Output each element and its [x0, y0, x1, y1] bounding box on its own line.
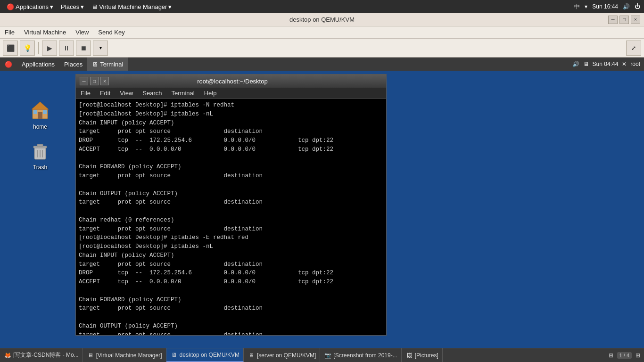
toolbar-bulb-button[interactable]: 💡: [20, 41, 35, 56]
sysbar-places[interactable]: Places ▾: [58, 3, 87, 10]
terminal-minimize-button[interactable]: ─: [80, 77, 88, 85]
guest-panel-terminal[interactable]: 🖥 Terminal: [87, 58, 128, 71]
terminal-close-button[interactable]: ×: [100, 77, 109, 85]
vmm-menubar: File Virtual Machine View Send Key: [0, 26, 644, 39]
svg-marker-1: [32, 102, 49, 109]
guest-panel-left: 🔴 Applications Places 🖥 Terminal: [0, 58, 128, 71]
terminal-window: ─ □ × root@localhost:~/Desktop File Edit…: [75, 74, 387, 336]
guest-redhat-icon: 🔴: [5, 61, 12, 68]
guest-time: Sun 04:44: [593, 61, 619, 67]
guest-panel-right: 🔊 🖥 Sun 04:44 ✕ root: [572, 61, 644, 67]
toolbar-dropdown-button[interactable]: ▾: [93, 41, 108, 56]
vmm-title: desktop on QEMU/KVM: [289, 16, 355, 23]
terminal-menu-help[interactable]: Help: [199, 88, 222, 99]
terminal-panel-icon: 🖥: [92, 61, 98, 68]
taskbar-item-pictures[interactable]: 🖼 [Pictures]: [402, 348, 443, 362]
vmm-titlebar: desktop on QEMU/KVM ─ □ ×: [0, 13, 644, 26]
vmm-window-controls: ─ □ ×: [608, 16, 640, 24]
terminal-menubar: File Edit View Search Terminal Help: [76, 88, 386, 99]
apps-chevron-icon: ▾: [50, 3, 53, 10]
guest-x-icon[interactable]: ✕: [622, 61, 627, 67]
taskbar-desktop-label: desktop on QEMU/KVM: [180, 352, 239, 358]
desktop-icon-home[interactable]: home: [21, 99, 59, 130]
guest-user-label: root: [630, 61, 640, 67]
redhat-icon: 🔴: [7, 3, 14, 10]
system-bar-right: 中 ▾ Sun 16:44 🔊 ⏻: [574, 3, 640, 11]
desktop-icons-area: home Trash: [0, 71, 80, 348]
power-icon[interactable]: ⏻: [635, 3, 640, 10]
trash-icon-label: Trash: [33, 164, 47, 171]
vmm-maximize-button[interactable]: □: [619, 16, 629, 24]
terminal-menu-terminal[interactable]: Terminal: [167, 88, 199, 99]
svg-rect-7: [37, 144, 43, 147]
guest-screen-icon[interactable]: 🖥: [583, 61, 589, 67]
terminal-maximize-button[interactable]: □: [90, 77, 99, 85]
terminal-content[interactable]: [root@localhost Desktop]# iptables -N re…: [76, 99, 386, 335]
volume-icon[interactable]: 🔊: [623, 3, 630, 10]
guest-volume-icon[interactable]: 🔊: [572, 61, 579, 67]
host-taskbar: 🦊 [写文章-CSDN博客 - Mo... 🖥 [Virtual Machine…: [0, 348, 644, 362]
taskbar-item-firefox[interactable]: 🦊 [写文章-CSDN博客 - Mo...: [0, 348, 83, 362]
terminal-menu-edit[interactable]: Edit: [95, 88, 115, 99]
taskbar-item-server-qemu[interactable]: 🖥 [server on QEMU/KVM]: [244, 348, 320, 362]
terminal-menu-view[interactable]: View: [115, 88, 138, 99]
vmm-menu-view[interactable]: View: [71, 26, 93, 38]
toolbar-play-button[interactable]: ▶: [42, 41, 57, 56]
taskbar-right-area: ⊞ 1 / 4 ⊞: [605, 352, 644, 359]
toolbar-separator-1: [38, 42, 39, 54]
svg-rect-2: [38, 112, 42, 119]
taskbar-item-screenshot[interactable]: 📷 [Screenshot from 2019-...: [320, 348, 401, 362]
vmm-toolbar: ⬛ 💡 ▶ ⏸ ⏹ ▾ ⤢: [0, 39, 644, 58]
terminal-window-controls: ─ □ ×: [79, 77, 109, 85]
sysbar-time: Sun 16:44: [592, 3, 618, 10]
vmm-menu-virtual-machine[interactable]: Virtual Machine: [19, 26, 71, 38]
guest-panel-places[interactable]: Places: [59, 58, 87, 71]
taskbar-screenshot-label: [Screenshot from 2019-...: [333, 352, 397, 359]
vmm-minimize-button[interactable]: ─: [608, 16, 618, 24]
sysbar-places-label: Places: [61, 3, 79, 10]
terminal-title: root@localhost:~/Desktop: [109, 78, 356, 85]
vmm-chevron-icon: ▾: [168, 3, 172, 10]
taskbar-item-vmm[interactable]: 🖥 [Virtual Machine Manager]: [83, 348, 166, 362]
svg-rect-4: [43, 110, 47, 114]
vmm-menu-send-key[interactable]: Send Key: [93, 26, 129, 38]
charset-indicator[interactable]: 中: [574, 3, 580, 11]
toolbar-screen-button[interactable]: ⬛: [3, 41, 18, 56]
taskbar-item-desktop-qemu[interactable]: 🖥 desktop on QEMU/KVM: [166, 348, 244, 362]
toolbar-stop-button[interactable]: ⏹: [76, 41, 91, 56]
vmm-menu-file[interactable]: File: [0, 26, 19, 38]
taskbar-pictures-label: [Pictures]: [415, 352, 438, 359]
sysbar-expand-icon[interactable]: ▾: [585, 3, 587, 10]
guest-terminal-label: Terminal: [100, 61, 123, 68]
places-chevron-icon: ▾: [81, 3, 84, 10]
sysbar-vmm[interactable]: 🖥 Virtual Machine Manager ▾: [89, 3, 174, 10]
vmm-icon: 🖥: [91, 3, 98, 10]
home-icon-label: home: [33, 123, 47, 130]
guest-panel-redhat: 🔴: [0, 58, 17, 71]
svg-rect-3: [33, 110, 37, 114]
home-icon: [29, 99, 51, 122]
page-icon[interactable]: ⊞: [609, 352, 613, 359]
terminal-titlebar: ─ □ × root@localhost:~/Desktop: [76, 74, 386, 88]
server-qemu-icon: 🖥: [248, 352, 255, 359]
guest-places-label: Places: [64, 61, 83, 68]
sysbar-vmm-label: Virtual Machine Manager: [99, 3, 167, 10]
taskbar-vmm-label: [Virtual Machine Manager]: [96, 352, 162, 359]
terminal-output: [root@localhost Desktop]# iptables -N re…: [79, 102, 383, 335]
guest-apps-label: Applications: [22, 61, 55, 68]
trash-icon: [29, 140, 51, 162]
desktop-icon-trash[interactable]: Trash: [21, 140, 59, 171]
screenshot-icon: 📷: [324, 352, 331, 359]
terminal-menu-file[interactable]: File: [76, 88, 95, 99]
guest-panel-applications[interactable]: Applications: [17, 58, 59, 71]
vmm-taskbar-icon: 🖥: [87, 352, 94, 359]
taskbar-page-nav-icon[interactable]: ⊞: [636, 352, 640, 359]
sysbar-applications[interactable]: 🔴 Applications ▾: [4, 3, 56, 10]
terminal-menu-search[interactable]: Search: [138, 88, 166, 99]
toolbar-pause-button[interactable]: ⏸: [59, 41, 74, 56]
firefox-icon: 🦊: [4, 352, 11, 359]
guest-desktop-area: 🔴 Applications Places 🖥 Terminal 🔊 🖥 Sun…: [0, 58, 644, 348]
toolbar-fullscreen-button[interactable]: ⤢: [626, 41, 641, 56]
vmm-close-button[interactable]: ×: [631, 16, 640, 24]
page-indicator: 1 / 4: [617, 352, 632, 359]
